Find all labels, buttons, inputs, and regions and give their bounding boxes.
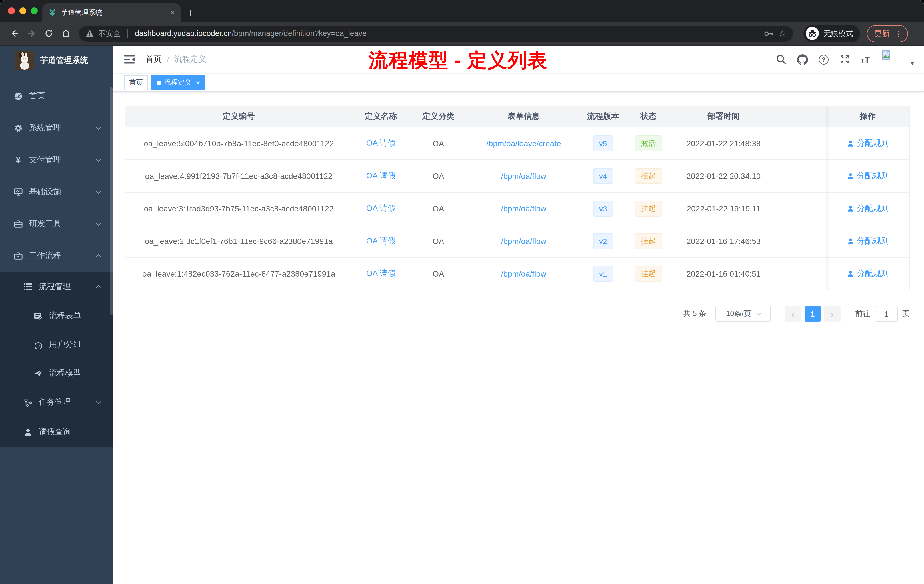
search-icon[interactable] — [776, 54, 786, 64]
version-badge[interactable]: v1 — [593, 266, 613, 282]
sidebar-fold-icon[interactable] — [124, 55, 135, 64]
app-window: 芋道管理系统 首页 系统管理 ¥ — [0, 46, 924, 584]
window-minimize-button[interactable] — [20, 7, 26, 14]
browser-menu-dots-icon[interactable]: ⋮ — [894, 29, 902, 38]
forward-icon[interactable] — [23, 25, 40, 42]
sidebar-item-infra[interactable]: 基础设施 — [0, 176, 113, 208]
assign-rule-link[interactable]: 分配规则 — [846, 138, 889, 148]
column-header: 部署时间 — [671, 106, 777, 127]
window-zoom-button[interactable] — [31, 7, 38, 14]
security-warning-icon[interactable] — [86, 30, 94, 37]
password-key-icon[interactable] — [764, 30, 774, 37]
sidebar-scrollbar[interactable] — [110, 87, 112, 315]
assign-rule-link[interactable]: 分配规则 — [846, 203, 889, 214]
sidebar-item-process-mgmt[interactable]: 流程管理 — [0, 272, 113, 302]
version-badge[interactable]: v4 — [593, 168, 613, 184]
back-icon[interactable] — [6, 25, 23, 42]
sidebar-item-label: 用户分组 — [49, 340, 81, 350]
send-icon — [34, 369, 43, 378]
breadcrumb: 首页 / 流程定义 — [146, 54, 206, 64]
chrome-update-button[interactable]: 更新 ⋮ — [867, 25, 908, 42]
help-icon[interactable]: ? — [819, 54, 828, 64]
table-row: oa_leave:4:991f2193-7b7f-11ec-a3c8-acde4… — [125, 160, 909, 193]
url-bar[interactable]: 不安全 dashboard.yudao.iocoder.cn/bpm/manag… — [79, 25, 793, 41]
chevron-up-icon — [96, 285, 101, 290]
app-header: 首页 / 流程定义 流程模型 - 定义列表 ? TT — [113, 46, 924, 73]
home-icon[interactable] — [57, 25, 74, 42]
workflow-submenu: 流程管理 流程表单 用户分组 — [0, 272, 113, 447]
app-title: 芋道管理系统 — [40, 55, 88, 66]
sidebar-item-leave-query[interactable]: 请假查询 — [0, 417, 113, 447]
user-icon — [846, 140, 854, 147]
reload-icon[interactable] — [40, 25, 57, 42]
form-link[interactable]: /bpm/oa/flow — [501, 237, 546, 246]
assign-rule-link[interactable]: 分配规则 — [846, 269, 889, 279]
incognito-badge: 无痕模式 — [804, 25, 860, 42]
column-header: 定义编号 — [125, 106, 353, 127]
app-logo-avatar — [15, 51, 34, 70]
window-controls — [8, 7, 38, 14]
assign-rule-link[interactable]: 分配规则 — [846, 171, 889, 181]
tab-close-icon[interactable]: × — [170, 8, 175, 17]
sidebar-item-payment[interactable]: ¥ 支付管理 — [0, 144, 113, 176]
list-icon — [23, 282, 33, 292]
tag-close-icon[interactable]: × — [196, 79, 200, 87]
status-badge: 挂起 — [635, 233, 662, 249]
fullscreen-icon[interactable] — [840, 54, 850, 64]
bookmark-star-icon[interactable]: ☆ — [778, 28, 786, 39]
url-text[interactable]: dashboard.yudao.iocoder.cn/bpm/manager/d… — [135, 29, 759, 38]
github-icon[interactable] — [797, 54, 808, 65]
browser-toolbar: 不安全 dashboard.yudao.iocoder.cn/bpm/manag… — [0, 22, 924, 46]
definition-name-link[interactable]: OA 请假 — [366, 138, 396, 148]
definition-name-link[interactable]: OA 请假 — [366, 203, 396, 214]
sidebar-item-workflow[interactable]: 工作流程 — [0, 240, 113, 272]
window-close-button[interactable] — [8, 7, 15, 14]
sidebar-item-process-model[interactable]: 流程模型 — [0, 359, 113, 388]
avatar[interactable] — [881, 49, 902, 70]
form-icon — [34, 312, 43, 320]
browser-tab-strip: 芋道管理系统 × + — [0, 0, 924, 22]
version-badge[interactable]: v2 — [593, 233, 613, 249]
definition-name-link[interactable]: OA 请假 — [366, 171, 396, 181]
column-filler — [777, 106, 826, 127]
font-size-icon[interactable]: TT — [861, 55, 870, 64]
form-link[interactable]: /bpm/oa/flow — [501, 172, 546, 181]
sidebar-menu: 首页 系统管理 ¥ 支付管理 — [0, 76, 113, 447]
new-tab-button[interactable]: + — [187, 7, 194, 18]
form-link[interactable]: /bpm/oa/flow — [501, 204, 546, 213]
version-badge[interactable]: v5 — [593, 135, 613, 152]
form-link[interactable]: /bpm/oa/leave/create — [486, 139, 561, 148]
breadcrumb-home[interactable]: 首页 — [146, 54, 162, 64]
column-header: 定义名称 — [353, 106, 409, 127]
browser-tab[interactable]: 芋道管理系统 × — [42, 3, 181, 22]
sidebar-item-user-group[interactable]: 用户分组 — [0, 330, 113, 359]
tag-active-dot — [157, 80, 161, 85]
sidebar-logo-row[interactable]: 芋道管理系统 — [0, 46, 113, 76]
security-label: 不安全 — [98, 28, 120, 39]
sidebar-item-home[interactable]: 首页 — [0, 80, 113, 112]
sidebar-item-devtools[interactable]: 研发工具 — [0, 208, 113, 240]
table-row: oa_leave:5:004b710b-7b8a-11ec-8ef0-acde4… — [125, 127, 909, 160]
page-content: 定义编号 定义名称 定义分类 表单信息 流程版本 状态 部署时间 操作 oa_l… — [113, 92, 924, 584]
sidebar-item-label: 系统管理 — [29, 123, 61, 133]
version-badge[interactable]: v3 — [593, 201, 613, 216]
goto-unit: 页 — [902, 308, 910, 319]
next-page-button[interactable]: › — [824, 306, 841, 322]
sidebar-item-system[interactable]: 系统管理 — [0, 112, 113, 144]
prev-page-button[interactable]: ‹ — [785, 306, 801, 322]
avatar-caret-icon[interactable]: ▼ — [910, 61, 915, 66]
tag-home[interactable]: 首页 — [124, 75, 148, 90]
tag-process-definition[interactable]: 流程定义 × — [152, 75, 205, 90]
page-number-current[interactable]: 1 — [805, 306, 820, 322]
sidebar-item-process-form[interactable]: 流程表单 — [0, 302, 113, 330]
form-link[interactable]: /bpm/oa/flow — [501, 269, 546, 278]
cell-filler — [777, 160, 826, 192]
sidebar-item-label: 流程表单 — [49, 311, 81, 321]
assign-rule-link[interactable]: 分配规则 — [846, 236, 889, 246]
definition-name-link[interactable]: OA 请假 — [366, 269, 396, 279]
sidebar-item-task-mgmt[interactable]: 任务管理 — [0, 388, 113, 417]
definition-name-link[interactable]: OA 请假 — [366, 236, 396, 246]
page-size-select[interactable]: 10条/页 — [715, 306, 771, 322]
goto-page-input[interactable] — [875, 306, 898, 322]
definition-id: oa_leave:3:1fad3d93-7b75-11ec-a3c8-acde4… — [125, 193, 353, 224]
